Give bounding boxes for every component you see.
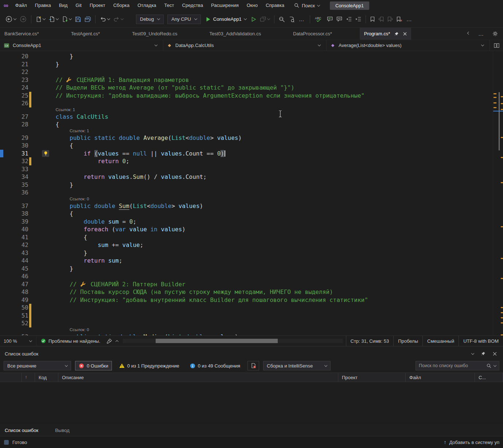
code-line-37[interactable]: 37 public double Sum(List<double> values…: [0, 202, 493, 210]
line-number[interactable]: 36: [0, 189, 28, 197]
menu-item-6[interactable]: Отладка: [133, 0, 160, 11]
code-line-43[interactable]: 43 }: [0, 249, 493, 257]
error-search-input[interactable]: [419, 363, 484, 368]
comment-lines-button[interactable]: [325, 14, 335, 24]
decrease-indent-button[interactable]: [344, 14, 354, 24]
code-line-36[interactable]: 36: [0, 189, 493, 197]
line-number[interactable]: 35: [0, 181, 28, 189]
line-number[interactable]: 44: [0, 257, 28, 265]
start-debugging-button[interactable]: ConsoleApp1: [203, 16, 250, 22]
solution-platform-dropdown[interactable]: Any CPU: [167, 15, 200, 24]
menu-item-4[interactable]: Проект: [86, 0, 109, 11]
navigate-forward-button[interactable]: [18, 14, 28, 24]
code-line-22[interactable]: 22: [0, 68, 493, 76]
codelens-references[interactable]: Ссылок: 0: [70, 327, 89, 332]
previous-bookmark-button[interactable]: [377, 14, 386, 24]
vertical-scrollbar-thumb[interactable]: [499, 92, 500, 150]
add-item-button[interactable]: [60, 14, 73, 24]
line-number[interactable]: 29: [0, 134, 28, 142]
document-tab[interactable]: Program.cs*: [360, 28, 412, 40]
source-filter-dropdown[interactable]: Сборка и IntelliSense: [263, 361, 331, 370]
code-line-25[interactable]: 25 // Инструкция: "добавь валидацию: выб…: [0, 92, 493, 100]
clear-bookmarks-button[interactable]: [395, 14, 404, 24]
code-line-41[interactable]: 41 {: [0, 233, 493, 241]
intellisense-filter-button[interactable]: [247, 361, 259, 370]
menu-item-5[interactable]: Сборка: [109, 0, 134, 11]
line-number[interactable]: 23: [0, 76, 28, 84]
navigate-to-button[interactable]: [287, 14, 296, 24]
document-tab[interactable]: Test03_AddValidation.cs: [205, 28, 288, 40]
tab-list-overflow-button[interactable]: …: [476, 31, 487, 37]
line-number[interactable]: 22: [0, 68, 28, 76]
line-ending-status[interactable]: Смешанный: [422, 336, 459, 346]
line-number[interactable]: 46: [0, 272, 28, 280]
line-number[interactable]: 37: [0, 202, 28, 210]
vertical-scrollbar[interactable]: [493, 51, 503, 335]
caret-position-status[interactable]: Стр: 31, Симв: 53: [346, 336, 394, 346]
next-bookmark-button[interactable]: [386, 14, 395, 24]
code-line-28[interactable]: 28 {: [0, 121, 493, 129]
save-all-button[interactable]: [83, 14, 93, 24]
line-number[interactable]: 47: [0, 280, 28, 288]
increase-indent-button[interactable]: [354, 14, 363, 24]
code-line-47[interactable]: 47 // СЦЕНАРИЙ 2: Паттерн Builder: [0, 280, 493, 288]
line-number[interactable]: 28: [0, 121, 28, 129]
code-line-29[interactable]: 29 public static double Average(List<dou…: [0, 134, 493, 142]
spell-checker-button[interactable]: ABC: [313, 14, 325, 24]
code-line-53[interactable]: 53 public static double Median(List<doub…: [0, 333, 493, 336]
start-without-debugging-button[interactable]: [250, 14, 258, 24]
code-line-52[interactable]: 52: [0, 319, 493, 327]
code-line-49[interactable]: 49 // Инструкция: "добавь внутренний кла…: [0, 296, 493, 304]
code-line-34[interactable]: 34 return values.Sum() / values.Count;: [0, 173, 493, 181]
line-number[interactable]: 32: [0, 157, 28, 165]
menu-item-9[interactable]: Расширения: [207, 0, 243, 11]
member-dropdown[interactable]: Average(List<double> values): [327, 40, 490, 51]
line-number[interactable]: 49: [0, 296, 28, 304]
line-number[interactable]: 34: [0, 173, 28, 181]
codelens-references[interactable]: Ссылок: 1: [70, 129, 89, 133]
codelens-references[interactable]: Ссылок: 1: [56, 107, 75, 112]
gear-icon[interactable]: [492, 31, 498, 36]
menu-item-3[interactable]: Git: [71, 0, 86, 11]
error-grid-body[interactable]: [0, 382, 503, 424]
code-line-42[interactable]: 42 sum += value;: [0, 241, 493, 249]
menu-item-8[interactable]: Средства: [178, 0, 207, 11]
code-line-39[interactable]: 39 double sum = 0;: [0, 218, 493, 226]
undo-button[interactable]: [98, 14, 112, 24]
panel-tab[interactable]: Вывод: [55, 428, 69, 433]
toolbar-overflow-button[interactable]: …: [296, 16, 307, 22]
code-line-31[interactable]: 31 if (values == null || values.Count ==…: [0, 150, 493, 158]
code-line-32[interactable]: 32 return 0;: [0, 157, 493, 165]
collapse-panel-icon[interactable]: [471, 351, 474, 354]
pin-tab-icon[interactable]: [394, 32, 399, 36]
codelens-references[interactable]: Ссылок: 0: [70, 197, 89, 201]
error-column-header[interactable]: Код: [35, 373, 58, 382]
project-dropdown[interactable]: C# ConsoleApp1: [0, 40, 163, 51]
code-area[interactable]: 20 }21 }2223 // СЦЕНАРИЙ 1: Валидация па…: [0, 51, 493, 335]
add-to-source-control-button[interactable]: ↑ Добавить в систему уп: [444, 439, 499, 445]
pin-icon[interactable]: [481, 351, 486, 356]
redo-button[interactable]: [112, 14, 125, 24]
line-number[interactable]: 38: [0, 210, 28, 218]
line-number[interactable]: 27: [0, 113, 28, 121]
new-file-button[interactable]: [34, 14, 47, 24]
code-line-46[interactable]: 46: [0, 272, 493, 280]
line-number[interactable]: 51: [0, 312, 28, 320]
menu-item-10[interactable]: Окно: [243, 0, 262, 11]
search-icon[interactable]: [487, 363, 491, 368]
error-column-header[interactable]: Описание: [58, 373, 338, 382]
open-file-button[interactable]: [47, 14, 60, 24]
solution-configuration-dropdown[interactable]: Debug: [136, 15, 164, 24]
line-number[interactable]: 33: [0, 165, 28, 173]
messages-filter-toggle[interactable]: 0 из 49 Сообщения: [187, 361, 243, 370]
line-number[interactable]: 25: [0, 92, 28, 100]
error-column-header[interactable]: С...: [475, 373, 503, 382]
line-number[interactable]: 40: [0, 225, 28, 233]
toolbar-overflow-button-2[interactable]: …: [404, 16, 415, 22]
scope-filter-dropdown[interactable]: Все решение: [4, 361, 71, 370]
line-number[interactable]: 48: [0, 288, 28, 296]
code-line-45[interactable]: 45 }: [0, 265, 493, 273]
line-number[interactable]: 30: [0, 142, 28, 150]
code-line-35[interactable]: 35 }: [0, 181, 493, 189]
horizontal-scrollbar[interactable]: [123, 339, 343, 343]
